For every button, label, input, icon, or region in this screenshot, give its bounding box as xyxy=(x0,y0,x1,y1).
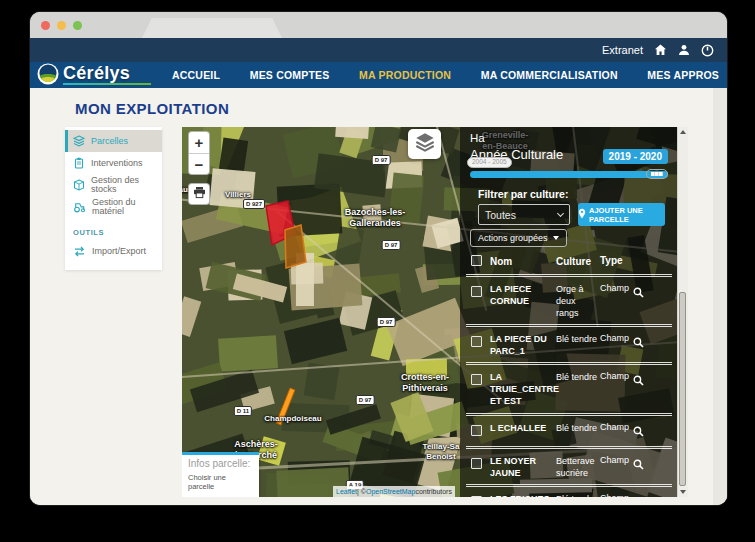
power-icon[interactable] xyxy=(701,44,714,57)
culture-filter-value: Toutes xyxy=(485,209,516,221)
zoom-out-button[interactable]: − xyxy=(189,153,209,174)
page-title: MON EXPLOITATION xyxy=(75,100,229,117)
sidebar-item-label: Import/Export xyxy=(92,247,146,256)
place-label: Crottes-en- Pithiverais xyxy=(401,372,449,395)
sidebar-item-interventions[interactable]: Interventions xyxy=(65,152,162,174)
layers-button[interactable] xyxy=(408,129,441,159)
parcel-name: LES FRICHES RONDES xyxy=(490,493,556,497)
nav-item-ma-commercialisation[interactable]: MA COMMERCIALISATION xyxy=(481,69,618,81)
nav-items: ACCUEILMES COMPTESMA PRODUCTIONMA COMMER… xyxy=(172,62,719,88)
main-navbar: Cérélys ACCUEILMES COMPTESMA PRODUCTIONM… xyxy=(30,62,727,88)
row-checkbox[interactable] xyxy=(471,374,482,385)
sidebar-item-gestion-des-stocks[interactable]: Gestion des stocks xyxy=(65,174,162,196)
nav-item-mes-comptes[interactable]: MES COMPTES xyxy=(250,69,330,81)
map-attribution: Leaflet | © OpenStreetMap contributors xyxy=(333,486,455,497)
osm-link[interactable]: OpenStreetMap xyxy=(366,488,415,495)
parcel-culture: Blé tendre xyxy=(556,422,600,434)
year-selected-pill[interactable]: 2019 - 2020 xyxy=(603,149,668,164)
scroll-up-arrow[interactable] xyxy=(680,130,686,134)
transfer-icon xyxy=(73,246,86,257)
row-checkbox[interactable] xyxy=(471,496,482,497)
brand-logo[interactable]: Cérélys xyxy=(37,63,151,85)
map-zoom-control: + − xyxy=(188,131,210,175)
table-row: LA PIECE CORNUEOrge à deux rangsChamp xyxy=(466,277,672,327)
row-search-icon[interactable] xyxy=(633,422,649,441)
sidebar-item-label: Gestion des stocks xyxy=(91,176,162,194)
parcel-table: Nom Culture Type LA PIECE CORNUEOrge à d… xyxy=(466,249,672,497)
select-all-checkbox[interactable] xyxy=(471,255,482,266)
minimize-window-button[interactable] xyxy=(57,21,66,30)
close-window-button[interactable] xyxy=(41,21,50,30)
table-row: L ECHALLEEBlé tendreChamp xyxy=(466,416,672,449)
user-icon[interactable] xyxy=(678,44,690,56)
nav-item-ma-production[interactable]: MA PRODUCTION xyxy=(359,69,451,81)
leaflet-link[interactable]: Leaflet xyxy=(336,488,357,495)
row-checkbox[interactable] xyxy=(471,458,482,469)
browser-window: Extranet Cérélys ACCUEILMES COMPTESMA PR… xyxy=(30,12,727,505)
row-search-icon[interactable] xyxy=(633,493,649,497)
tractor-icon xyxy=(73,201,86,213)
year-slider-handle[interactable] xyxy=(646,169,668,179)
parcel-type: Champ xyxy=(600,333,633,343)
sidebar-item-import-export[interactable]: Import/Export xyxy=(65,240,162,262)
row-search-icon[interactable] xyxy=(633,283,649,302)
scroll-down-arrow[interactable] xyxy=(680,490,686,494)
sidebar-item-label: Parcelles xyxy=(91,137,128,146)
extranet-link[interactable]: Extranet xyxy=(602,44,643,56)
row-checkbox[interactable] xyxy=(471,425,482,436)
parcel-culture: Orge à deux rangs xyxy=(556,283,600,319)
print-map-button[interactable] xyxy=(188,183,210,205)
parcel-type: Champ xyxy=(600,283,633,293)
add-parcel-label: AJOUTER UNE PARCELLE xyxy=(589,206,665,224)
table-row: LES FRICHES RONDESBlé tendreChamp xyxy=(466,487,672,497)
printer-icon xyxy=(193,185,206,203)
browser-tab[interactable] xyxy=(142,18,282,38)
layers-icon xyxy=(414,132,436,156)
group-actions-button[interactable]: Actions groupées xyxy=(470,229,567,247)
road-label: D 97 xyxy=(356,395,375,405)
page-scrollbar[interactable] xyxy=(713,88,727,505)
attribution-separator: | © xyxy=(357,488,366,495)
parcel-name: LA PIECE DU PARC_1 xyxy=(490,333,556,357)
table-row: LA TRUIE_CENTRE ET ESTBlé tendreChamp xyxy=(466,365,672,415)
top-utility-bar: Extranet xyxy=(30,38,727,62)
sidebar-section-outils: OUTILS xyxy=(73,228,162,237)
parcel-name: LA PIECE CORNUE xyxy=(490,283,556,307)
row-checkbox[interactable] xyxy=(471,336,482,347)
year-slider[interactable] xyxy=(470,171,668,178)
road-label: D 11 xyxy=(234,406,252,416)
clipboard-icon xyxy=(73,157,85,169)
parcel-name: LA TRUIE_CENTRE ET EST xyxy=(490,371,556,407)
attribution-suffix: contributors xyxy=(415,488,452,495)
panel-scrollbar[interactable] xyxy=(677,127,688,497)
browser-chrome xyxy=(30,12,727,38)
infobox-subtitle: Choisir une parcelle xyxy=(188,473,253,491)
brand-name: Cérélys xyxy=(63,64,151,82)
nav-item-mes-appros[interactable]: MES APPROS xyxy=(647,69,719,81)
row-search-icon[interactable] xyxy=(633,371,649,390)
map-canvas[interactable]: D 927D 97D 97D 97D 97D 11A 19ausbyVillie… xyxy=(182,127,688,497)
year-min-pill[interactable]: 2004 - 2005 xyxy=(467,157,512,168)
add-parcel-button[interactable]: AJOUTER UNE PARCELLE xyxy=(578,203,665,226)
parcel-infobox: Infos parcelle: Choisir une parcelle xyxy=(182,452,259,497)
road-label: D 97 xyxy=(377,317,396,327)
home-icon[interactable] xyxy=(654,44,667,56)
row-search-icon[interactable] xyxy=(633,333,649,352)
nav-item-accueil[interactable]: ACCUEIL xyxy=(172,69,220,81)
brand-tagline-strip xyxy=(63,83,151,85)
parcel-type: Champ xyxy=(600,371,633,381)
scrollbar-thumb[interactable] xyxy=(679,292,686,486)
sidebar-item-gestion-du-mat-riel[interactable]: Gestion du matériel xyxy=(65,196,162,218)
road-label: D 97 xyxy=(372,155,391,165)
traffic-lights xyxy=(41,21,82,30)
sidebar-item-parcelles[interactable]: Parcelles xyxy=(65,130,162,152)
maximize-window-button[interactable] xyxy=(73,21,82,30)
row-checkbox[interactable] xyxy=(471,286,482,297)
zoom-in-button[interactable]: + xyxy=(189,132,209,153)
row-search-icon[interactable] xyxy=(633,455,649,474)
parcel-culture: Betterave sucrière xyxy=(556,455,600,479)
parcel-table-body: LA PIECE CORNUEOrge à deux rangsChampLA … xyxy=(466,277,672,498)
place-label: Villiers xyxy=(225,190,251,200)
chevron-down-icon xyxy=(557,209,564,216)
culture-filter-select[interactable]: Toutes xyxy=(478,204,570,225)
